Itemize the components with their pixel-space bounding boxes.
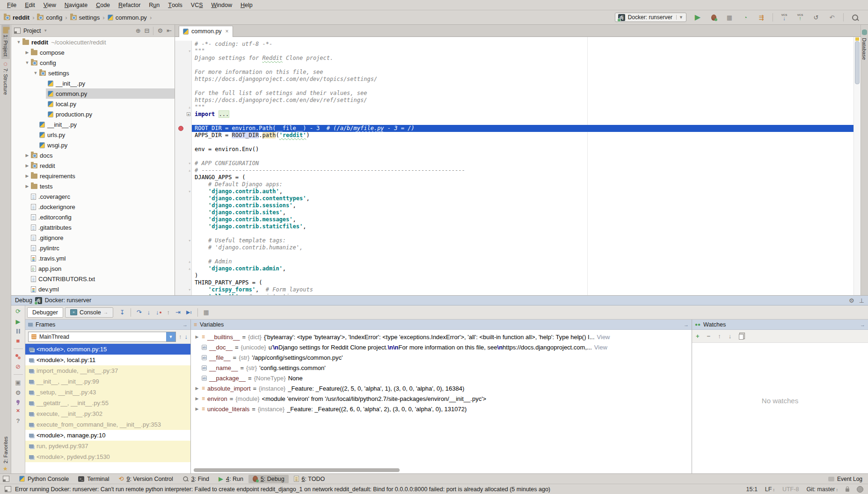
code-line[interactable] [175, 139, 853, 146]
tree-item-gitattributes[interactable]: .gitattributes [11, 222, 175, 232]
menu-vcs[interactable]: VCS [187, 0, 207, 10]
code-line[interactable]: https://docs.djangoproject.com/en/dev/re… [175, 97, 853, 104]
tree-expand-icon[interactable]: ▼ [15, 40, 22, 44]
code-line[interactable] [175, 230, 853, 237]
variable-row[interactable]: ab__package__={NoneType}None [191, 373, 692, 383]
editor-gutter[interactable] [175, 125, 192, 132]
code-line[interactable]: # -*- coding: utf-8 -*- [175, 41, 853, 48]
tree-item-CONTRIBUTORStxt[interactable]: CONTRIBUTORS.txt [11, 274, 175, 284]
fold-marker-icon[interactable]: ▿ [189, 160, 191, 167]
line-ending-selector[interactable]: LF↕ [765, 486, 775, 493]
force-step-into-button[interactable]: ↓ [156, 309, 161, 315]
code-line[interactable] [175, 118, 853, 125]
close-button[interactable]: × [16, 407, 20, 414]
code-line[interactable]: 'django.contrib.sites', [175, 209, 853, 216]
tree-item-reddit[interactable]: ▼reddit~/cookiecutter/reddit [11, 37, 175, 47]
debug-button[interactable] [709, 13, 718, 22]
code-line[interactable] [175, 153, 853, 160]
editor-gutter[interactable] [175, 146, 192, 153]
code-line[interactable]: For more information on this file, see [175, 69, 853, 76]
close-icon[interactable]: × [226, 28, 229, 35]
vcs-commit-button[interactable]: VCS↑ [795, 13, 805, 22]
tree-item-commonpy[interactable]: common.py [11, 88, 175, 99]
editor-gutter[interactable]: ▿ [175, 48, 192, 55]
sidebar-tab-database[interactable]: Database [861, 25, 868, 64]
code-line[interactable]: APPS_DIR = ROOT_DIR.path('reddit') [175, 132, 853, 139]
editor-gutter[interactable] [175, 195, 192, 202]
editor-gutter[interactable]: ▵ [175, 104, 192, 111]
editor-gutter[interactable] [175, 90, 192, 97]
editor-gutter[interactable] [175, 181, 192, 188]
restore-layout-button[interactable]: ▣ [15, 379, 21, 385]
code-line[interactable]: ) [175, 272, 853, 279]
tree-item-dockerignore[interactable]: .dockerignore [11, 202, 175, 212]
show-execution-point-button[interactable]: ↧ [120, 309, 125, 315]
fold-marker-icon[interactable]: ▵ [189, 258, 191, 265]
add-watch-button[interactable]: + [696, 333, 700, 339]
tree-expand-icon[interactable]: ▼ [32, 71, 39, 75]
tree-item-coveragerc[interactable]: .coveragerc [11, 191, 175, 202]
frame-row[interactable]: execute, __init__.py:302 [25, 408, 190, 419]
step-into-button[interactable]: ↓ [147, 309, 151, 315]
run-configuration-dropdown[interactable]: dj Docker: runserver ▼ [615, 13, 686, 22]
frame-row[interactable]: execute_from_command_line, __init__.py:3… [25, 419, 190, 430]
tree-item-urlspy[interactable]: urls.py [11, 130, 175, 140]
editor-gutter[interactable] [175, 153, 192, 160]
sidebar-tab-project[interactable]: 1: Project [1, 25, 10, 59]
editor-gutter[interactable]: ▿ [175, 237, 192, 244]
tree-item-config[interactable]: ▼config [11, 58, 175, 68]
fold-marker-icon[interactable]: ▿ [189, 286, 191, 293]
editor-gutter[interactable] [175, 83, 192, 90]
code-line[interactable]: 'django.contrib.sessions', [175, 202, 853, 209]
editor-gutter[interactable] [175, 62, 192, 69]
code-line[interactable]: env = environ.Env() [175, 146, 853, 153]
breadcrumb-item-config[interactable]: config [37, 14, 62, 21]
event-log-button[interactable]: Event Log [828, 476, 865, 482]
editor-gutter[interactable] [175, 139, 192, 146]
run-button[interactable]: ▶ [693, 13, 702, 22]
fold-marker-icon[interactable]: ▵ [189, 104, 191, 111]
toolwindow-button-5debug[interactable]: 5: Debug [248, 475, 289, 483]
tree-item-compose[interactable]: ▶compose [11, 47, 175, 58]
tab-console[interactable]: ≡ Console → [65, 307, 113, 318]
rerun-button[interactable]: ⟳ [15, 308, 21, 314]
rollback-button[interactable]: ↶ [827, 13, 837, 22]
git-branch-selector[interactable]: Git: master↕ [806, 486, 838, 493]
code-line[interactable]: ▿""" [175, 48, 853, 55]
mute-breakpoints-button[interactable]: ⊘ [15, 363, 21, 370]
frame-row[interactable]: _setup, __init__.py:43 [25, 387, 190, 398]
sidebar-tab-structure[interactable]: ⬡ 7: Structure [2, 59, 9, 98]
profiler-button[interactable]: ◔ [741, 13, 750, 22]
editor-scrollbar[interactable] [853, 37, 861, 295]
collapse-all-button[interactable]: ⊟ [145, 28, 150, 34]
frame-row[interactable]: <module>, pydevd.py:1530 [25, 451, 190, 462]
editor-gutter[interactable] [175, 223, 192, 230]
run-with-coverage-button[interactable]: ▦ [725, 13, 734, 22]
code-line[interactable]: ▿ 'django.contrib.auth', [175, 188, 853, 195]
code-line[interactable]: # 'django.contrib.humanize', [175, 244, 853, 251]
run-concurrency-button[interactable]: ⇶ [757, 13, 766, 22]
tree-item-tests[interactable]: ▶tests [11, 181, 175, 191]
tree-expand-icon[interactable]: ▶ [23, 163, 31, 168]
fold-marker-icon[interactable]: ▿ [189, 48, 191, 55]
frame-row[interactable]: import_module, __init__.py:37 [25, 365, 190, 376]
tree-expand-icon[interactable]: ▶ [23, 174, 31, 178]
toolwindow-button-pythonconsole[interactable]: Python Console [15, 475, 73, 483]
editor-gutter[interactable]: + [175, 111, 192, 118]
debugger-settings-button[interactable]: ⚙ [15, 390, 21, 396]
menu-view[interactable]: View [39, 0, 60, 10]
editor-gutter[interactable]: ▿ [175, 188, 192, 195]
toolwindow-button-6todo[interactable]: 6: TODO [290, 475, 329, 483]
hide-debug-panel-button[interactable]: ⊥ [859, 298, 864, 304]
editor-gutter[interactable] [175, 69, 192, 76]
status-message[interactable]: Error running Docker: runserver: Can't r… [15, 486, 550, 493]
editor-gutter[interactable] [175, 279, 192, 286]
fold-marker-icon[interactable]: ▵ [189, 265, 191, 272]
expand-icon[interactable]: ▶ [195, 396, 199, 401]
fold-expand-icon[interactable]: + [187, 112, 190, 116]
code-line[interactable]: For the full list of settings and their … [175, 90, 853, 97]
editor-gutter[interactable] [175, 174, 192, 181]
frame-row[interactable]: __init__, __init__.py:99 [25, 376, 190, 387]
variable-row[interactable]: ▶≡absolute_import={instance}_Feature: _F… [191, 383, 692, 393]
menu-run[interactable]: Run [145, 0, 164, 10]
